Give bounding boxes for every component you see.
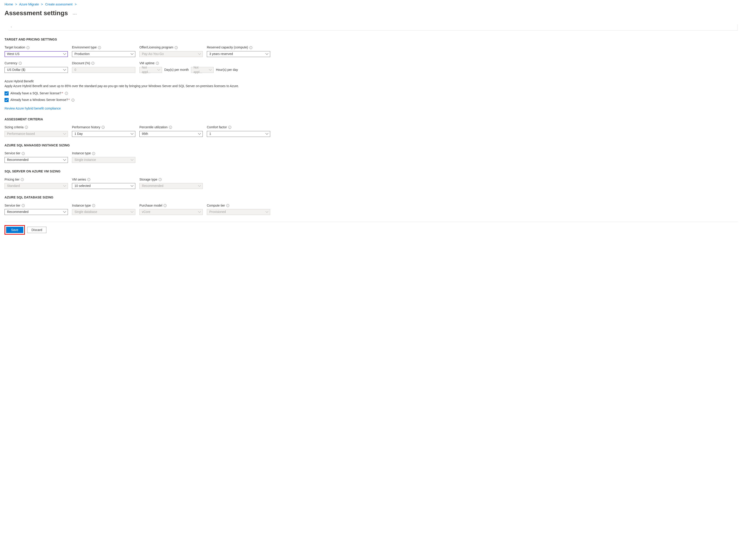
vm-uptime-days-select: Not appl...	[140, 67, 162, 73]
label-mi-instance-type: Instance type	[72, 151, 91, 156]
section-assessment-criteria: ASSESSMENT CRITERIA	[4, 117, 738, 122]
label-sizing-criteria: Sizing criteria	[4, 125, 23, 130]
info-icon[interactable]: i	[169, 126, 172, 129]
percentile-utilization-select[interactable]: 95th	[140, 131, 203, 137]
info-icon[interactable]: i	[102, 126, 105, 129]
vm-uptime-hours-unit: Hour(s) per day	[216, 68, 238, 72]
label-sql-license[interactable]: Already have a SQL Server license?*	[10, 91, 63, 96]
checkmark-icon	[5, 99, 8, 101]
checkbox-sql-license[interactable]	[4, 92, 9, 96]
environment-type-select[interactable]: Production	[72, 51, 135, 57]
checkmark-icon	[5, 92, 8, 95]
info-icon[interactable]: i	[22, 204, 25, 207]
info-icon[interactable]: i	[92, 152, 95, 155]
label-target-location: Target location	[4, 45, 25, 50]
label-discount: Discount (%)	[72, 61, 90, 66]
breadcrumb-home[interactable]: Home	[4, 2, 13, 6]
label-comfort-factor: Comfort factor	[207, 125, 227, 130]
info-icon[interactable]: i	[21, 178, 24, 181]
db-service-tier-select[interactable]: Recommended	[4, 209, 68, 215]
chevron-down-icon	[266, 133, 268, 135]
label-currency: Currency	[4, 61, 17, 66]
target-location-select[interactable]: West US	[4, 51, 68, 57]
info-icon[interactable]: i	[25, 126, 28, 129]
breadcrumb-azure-migrate[interactable]: Azure Migrate	[19, 2, 39, 6]
chevron-down-icon	[199, 211, 201, 214]
label-reserved-capacity: Reserved capacity (compute)	[207, 45, 248, 50]
info-icon[interactable]: i	[19, 62, 22, 65]
footer-bar: Save Discard	[4, 222, 738, 235]
save-button[interactable]: Save	[6, 227, 23, 233]
currency-select[interactable]: US Dollar ($)	[4, 67, 68, 73]
breadcrumb-sep: >	[41, 2, 43, 6]
more-actions-icon[interactable]: …	[72, 10, 77, 16]
label-vm-storage-type: Storage type	[140, 177, 157, 182]
vm-storage-type-select: Recommended	[140, 183, 203, 189]
chevron-down-icon	[64, 185, 66, 187]
vm-series-select[interactable]: 10 selected	[72, 183, 135, 189]
info-icon[interactable]: i	[226, 204, 229, 207]
chevron-down-icon	[131, 211, 133, 214]
label-performance-history: Performance history	[72, 125, 100, 130]
info-icon[interactable]: i	[159, 178, 162, 181]
chevron-down-icon	[158, 69, 160, 71]
chevron-down-icon	[131, 185, 133, 187]
info-icon[interactable]: i	[249, 46, 252, 49]
info-icon[interactable]: i	[22, 152, 25, 155]
collapsed-upper-section: "	[9, 24, 738, 31]
mi-instance-type-select: Single instance	[72, 157, 135, 163]
discard-button[interactable]: Discard	[27, 227, 46, 233]
offer-program-select: Pay-As-You-Go	[140, 51, 203, 57]
label-offer-program: Offer/Licensing program	[140, 45, 173, 50]
label-percentile-utilization: Percentile utilization	[140, 125, 168, 130]
info-icon[interactable]: i	[175, 46, 178, 49]
info-icon[interactable]: i	[164, 204, 167, 207]
discount-input: 0	[72, 67, 135, 73]
db-purchase-model-select: vCore	[140, 209, 203, 215]
section-target-pricing: TARGET AND PRICING SETTINGS	[4, 37, 738, 42]
comfort-factor-select[interactable]: 1	[207, 131, 270, 137]
label-vm-series: VM series	[72, 177, 86, 182]
chevron-down-icon	[209, 69, 212, 71]
reserved-capacity-select[interactable]: 3 years reserved	[207, 51, 270, 57]
label-vm-uptime: VM uptime	[140, 61, 155, 66]
info-icon[interactable]: i	[156, 62, 159, 65]
info-icon[interactable]: i	[87, 178, 90, 181]
label-vm-pricing-tier: Pricing tier	[4, 177, 19, 182]
label-db-purchase-model: Purchase model	[140, 204, 162, 208]
info-icon[interactable]: i	[98, 46, 101, 49]
chevron-down-icon	[266, 53, 268, 55]
db-instance-type-select: Single database	[72, 209, 135, 215]
label-environment-type: Environment type	[72, 45, 97, 50]
page-title: Assessment settings	[4, 9, 68, 17]
performance-history-select[interactable]: 1 Day	[72, 131, 135, 137]
info-icon[interactable]: i	[26, 46, 30, 49]
chevron-down-icon	[266, 211, 268, 214]
hybrid-benefit-desc: Apply Azure Hybrid Benefit and save up t…	[4, 84, 738, 89]
checkbox-windows-license[interactable]	[4, 98, 9, 102]
vm-uptime-hours-select: Not appl...	[191, 67, 214, 73]
chevron-down-icon	[131, 159, 133, 161]
info-icon[interactable]: i	[71, 99, 74, 102]
label-db-instance-type: Instance type	[72, 204, 91, 208]
breadcrumb-sep: >	[75, 2, 76, 6]
chevron-down-icon	[199, 53, 201, 55]
label-windows-license[interactable]: Already have a Windows Server license?*	[10, 98, 70, 102]
chevron-down-icon	[64, 211, 66, 214]
mi-service-tier-select[interactable]: Recommended	[4, 157, 68, 163]
section-sql-mi-sizing: AZURE SQL MANAGED INSTANCE SIZING	[4, 143, 738, 148]
chevron-down-icon	[199, 185, 201, 187]
chevron-down-icon	[131, 53, 133, 55]
vm-uptime-days-unit: Day(s) per month	[164, 68, 189, 72]
info-icon[interactable]: i	[65, 92, 68, 95]
info-icon[interactable]: i	[92, 204, 95, 207]
breadcrumb-create-assessment[interactable]: Create assessment	[45, 2, 73, 6]
chevron-down-icon	[64, 69, 66, 71]
info-icon[interactable]: i	[92, 62, 94, 65]
chevron-down-icon	[64, 53, 66, 55]
info-icon[interactable]: i	[228, 126, 231, 129]
vm-pricing-tier-select: Standard	[4, 183, 68, 189]
chevron-down-icon	[64, 133, 66, 135]
label-db-compute-tier: Compute tier	[207, 204, 225, 208]
hybrid-compliance-link[interactable]: Review Azure hybrid benefit compliance	[4, 106, 61, 111]
